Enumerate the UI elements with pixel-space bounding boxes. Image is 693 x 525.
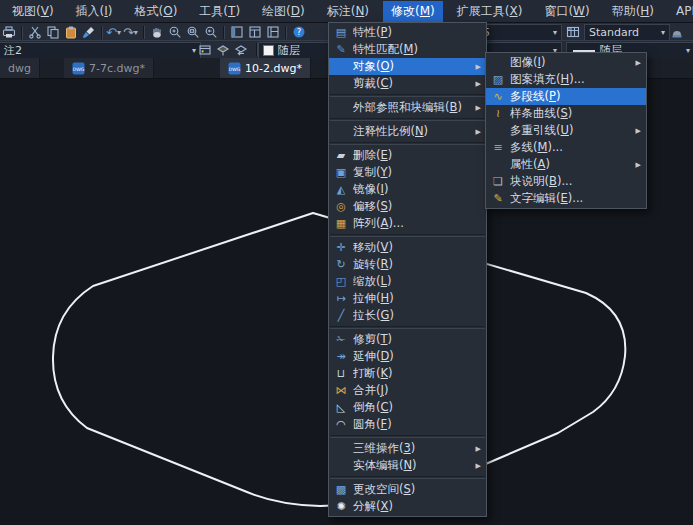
modify-menu-item-32[interactable]: ✺分解(X) [329, 498, 486, 515]
menu-item-label: 样条曲线(S) [510, 106, 643, 121]
menubar-item-6[interactable]: 修改(M) [383, 1, 443, 22]
menubar-item-5[interactable]: 标注(N) [319, 1, 377, 22]
undo-icon[interactable]: ↶▾ [106, 26, 123, 39]
menu-item-label: 倒角(C) [353, 400, 483, 415]
chevron-down-icon[interactable]: ▾ [682, 46, 690, 55]
dim-style-combo[interactable]: 5 ▾ [478, 24, 562, 41]
menubar-item-4[interactable]: 绘图(D) [254, 1, 313, 22]
modify-menu-item-22[interactable]: ↠延伸(D) [329, 348, 486, 365]
document-tab-0[interactable]: dwg [0, 58, 40, 78]
tool-palettes-icon[interactable] [264, 24, 282, 40]
plot-icon[interactable] [0, 24, 18, 40]
modify-menu-item-19[interactable]: ╱拉长(G) [329, 307, 486, 324]
modify-menu-item-23[interactable]: ⊔打断(K) [329, 365, 486, 382]
modify-menu-item-18[interactable]: ↦拉伸(H) [329, 290, 486, 307]
modify-menu-item-9[interactable]: ▰删除(E) [329, 147, 486, 164]
modify-menu-item-17[interactable]: ◰缩放(L) [329, 273, 486, 290]
match-properties-icon[interactable] [80, 24, 98, 40]
modify-menu-item-24[interactable]: ⋈合并(J) [329, 382, 486, 399]
redo-icon[interactable]: ↷▾ [123, 26, 140, 39]
color-value: 随层 [278, 43, 300, 58]
layer-properties-icon[interactable] [196, 42, 214, 58]
object-submenu-item-2[interactable]: ∿多段线(P) [486, 88, 646, 105]
stretch-icon: ↦ [329, 293, 353, 304]
object-submenu-item-5[interactable]: ≡多线(M)... [486, 139, 646, 156]
zoom-window-icon[interactable] [184, 24, 202, 40]
menubar-item-2[interactable]: 格式(O) [127, 1, 186, 22]
chevron-down-icon[interactable]: ▾ [188, 46, 196, 55]
object-submenu-item-0[interactable]: 图像(I)▶ [486, 54, 646, 71]
menubar-item-3[interactable]: 工具(T) [191, 1, 248, 22]
modify-menu-item-12[interactable]: ◎偏移(S) [329, 198, 486, 215]
render-style-icon[interactable] [668, 24, 686, 40]
menu-item-label: 镜像(I) [353, 182, 483, 197]
scale-icon: ◰ [329, 276, 353, 287]
menubar-item-0[interactable]: 视图(V) [4, 1, 62, 22]
modify-menu-item-3[interactable]: 剪裁(C)▶ [329, 75, 486, 92]
modify-menu-item-29[interactable]: 实体编辑(N)▶ [329, 457, 486, 474]
menu-item-label: 多线(M)... [510, 140, 643, 155]
menubar-item-9[interactable]: 帮助(H) [604, 1, 662, 22]
modify-menu-item-31[interactable]: ▩更改空间(S) [329, 481, 486, 498]
modify-menu-item-5[interactable]: 外部参照和块编辑(B)▶ [329, 99, 486, 116]
menubar-item-10[interactable]: APP+ [668, 2, 693, 20]
zoom-previous-icon[interactable] [202, 24, 220, 40]
object-submenu-item-8[interactable]: ✎文字编辑(E)... [486, 190, 646, 207]
modify-menu-item-13[interactable]: ▦阵列(A)... [329, 215, 486, 232]
document-tab-1[interactable]: DWG7-7c.dwg* [64, 58, 154, 78]
document-tab-2[interactable]: DWG10-2.dwg* [220, 58, 311, 78]
modify-menu-item-1[interactable]: ✎特性匹配(M) [329, 41, 486, 58]
modify-menu-item-15[interactable]: ✛移动(V) [329, 239, 486, 256]
cut-icon[interactable] [26, 24, 44, 40]
modify-menu-item-10[interactable]: ▣复制(Y) [329, 164, 486, 181]
menu-separator [330, 118, 485, 121]
layer-previous-icon[interactable] [232, 42, 250, 58]
menubar-item-7[interactable]: 扩展工具(X) [449, 1, 531, 22]
menu-separator [330, 435, 485, 438]
make-layer-current-icon[interactable] [214, 42, 232, 58]
menu-item-label: 图像(I) [510, 55, 636, 70]
text-style-combo[interactable]: Standard ▾ [584, 24, 670, 41]
object-submenu-item-1[interactable]: ▨图案填充(H)... [486, 71, 646, 88]
menu-item-label: 阵列(A)... [353, 216, 483, 231]
fillet-icon: ◠ [329, 419, 353, 430]
modify-menu-item-11[interactable]: ◭镜像(I) [329, 181, 486, 198]
table-style-icon[interactable] [564, 24, 582, 40]
menubar-item-1[interactable]: 插入(I) [68, 1, 121, 22]
menu-item-label: 圆角(F) [353, 417, 483, 432]
separator [21, 26, 23, 39]
properties-palette-icon[interactable] [228, 24, 246, 40]
paste-icon[interactable] [62, 24, 80, 40]
zoom-realtime-icon[interactable] [166, 24, 184, 40]
menu-item-label: 三维操作(3) [353, 441, 476, 456]
submenu-arrow-icon: ▶ [636, 127, 641, 135]
layer-combo[interactable]: 注2 ▾ [0, 42, 201, 59]
object-submenu-item-7[interactable]: ❏块说明(B)... [486, 173, 646, 190]
object-submenu-item-3[interactable]: ≀样条曲线(S) [486, 105, 646, 122]
svg-text:DWG: DWG [73, 67, 85, 72]
modify-menu-item-0[interactable]: ▤特性(P) [329, 24, 486, 41]
join-icon: ⋈ [329, 385, 353, 396]
design-center-icon[interactable] [246, 24, 264, 40]
polyline-icon: ∿ [486, 91, 510, 102]
modify-menu-item-21[interactable]: ✁修剪(T) [329, 331, 486, 348]
object-submenu-item-6[interactable]: 属性(A)▶ [486, 156, 646, 173]
separator [101, 26, 103, 39]
help-icon[interactable]: ? [290, 24, 308, 40]
extend-icon: ↠ [329, 351, 353, 362]
modify-menu-item-7[interactable]: 注释性比例(N)▶ [329, 123, 486, 140]
object-submenu-item-4[interactable]: 多重引线(U)▶ [486, 122, 646, 139]
chevron-down-icon[interactable]: ▾ [657, 28, 665, 37]
menu-item-label: 拉伸(H) [353, 291, 483, 306]
menubar-item-8[interactable]: 窗口(W) [536, 1, 597, 22]
submenu-arrow-icon: ▶ [476, 104, 481, 112]
modify-menu-item-25[interactable]: ◺倒角(C) [329, 399, 486, 416]
chevron-down-icon[interactable]: ▾ [549, 28, 557, 37]
modify-menu-item-2[interactable]: 对象(O)▶ [329, 58, 486, 75]
copy-icon[interactable] [44, 24, 62, 40]
modify-menu-item-16[interactable]: ↻旋转(R) [329, 256, 486, 273]
pan-icon[interactable] [148, 24, 166, 40]
modify-menu-item-28[interactable]: 三维操作(3)▶ [329, 440, 486, 457]
modify-menu-item-26[interactable]: ◠圆角(F) [329, 416, 486, 433]
offset-icon: ◎ [329, 201, 353, 212]
